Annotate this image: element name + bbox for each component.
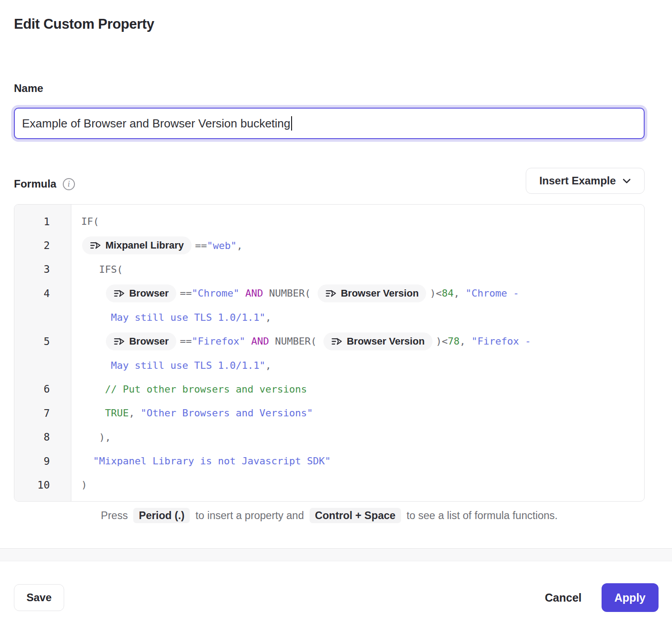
- code-token: ,: [129, 407, 141, 419]
- code-token: "Other Browsers and Versions": [140, 407, 313, 419]
- cancel-button[interactable]: Cancel: [545, 591, 582, 604]
- code-line: 3 IFS(: [14, 258, 644, 281]
- code-token: May still use TLS 1.0/1.1": [111, 312, 265, 323]
- code-token: ,: [266, 312, 271, 323]
- property-chip[interactable]: Browser Version: [323, 332, 432, 350]
- line-number: 7: [14, 407, 71, 419]
- code-line: 7 TRUE, "Other Browsers and Versions": [14, 401, 644, 425]
- hint-text: to insert a property and: [196, 510, 304, 521]
- code-token: [81, 336, 105, 347]
- code-line: 8 ),: [14, 425, 644, 449]
- property-chip-label: Browser: [129, 288, 169, 298]
- code-token: ,: [266, 360, 271, 371]
- code-token: 78: [448, 336, 460, 347]
- kbd-period: Period (.): [133, 508, 190, 523]
- code-token: [81, 384, 105, 395]
- code-token: [81, 455, 93, 467]
- line-number: 3: [14, 263, 71, 275]
- code-token: NUMBER(: [269, 336, 323, 347]
- line-number: 6: [14, 383, 71, 395]
- name-input[interactable]: Example of Browser and Browser Version b…: [14, 108, 645, 139]
- property-chip-label: Browser: [129, 336, 169, 346]
- code-token: ==: [195, 240, 207, 251]
- save-button[interactable]: Save: [14, 584, 64, 611]
- line-number: 9: [14, 455, 71, 467]
- code-token: )<: [436, 336, 448, 347]
- chevron-down-icon: [622, 178, 631, 184]
- property-chip-label: Mixpanel Library: [105, 240, 184, 250]
- line-number: 5: [14, 336, 71, 347]
- code-content: "Mixpanel Library is not Javascript SDK": [71, 455, 331, 467]
- code-token: "Chrome": [192, 288, 240, 299]
- code-token: TRUE: [105, 407, 129, 419]
- formula-label: Formula: [14, 178, 57, 190]
- code-token: May still use TLS 1.0/1.1": [111, 360, 265, 371]
- code-line: 10): [14, 473, 644, 497]
- code-content: Browser=="Chrome" AND NUMBER( Browser Ve…: [71, 284, 519, 302]
- property-icon: [113, 337, 125, 346]
- code-token: AND: [245, 288, 263, 299]
- insert-example-button[interactable]: Insert Example: [526, 168, 645, 194]
- code-content: TRUE, "Other Browsers and Versions": [71, 407, 313, 419]
- code-line: 9 "Mixpanel Library is not Javascript SD…: [14, 449, 644, 473]
- code-line: 5 Browser=="Firefox" AND NUMBER( Browser…: [14, 329, 644, 353]
- code-token: [81, 288, 105, 299]
- property-chip-label: Browser Version: [347, 336, 425, 346]
- code-content: ): [71, 479, 87, 490]
- code-token: IFS(: [81, 264, 123, 275]
- text-caret: [291, 116, 292, 131]
- code-token: [81, 312, 111, 323]
- code-token: ): [81, 479, 87, 490]
- code-token: ,: [237, 240, 243, 251]
- code-token: "Chrome -: [466, 288, 519, 299]
- code-line: May still use TLS 1.0/1.1",: [14, 353, 644, 377]
- code-token: [81, 360, 111, 371]
- page-title: Edit Custom Property: [14, 16, 154, 32]
- property-chip[interactable]: Browser: [106, 284, 176, 302]
- code-token: "Mixpanel Library is not Javascript SDK": [93, 455, 331, 467]
- property-icon: [90, 241, 101, 250]
- property-icon: [331, 337, 342, 346]
- line-number: 4: [14, 288, 71, 299]
- code-token: "web": [207, 240, 236, 251]
- code-token: ),: [81, 432, 111, 443]
- kbd-control-space: Control + Space: [310, 508, 401, 523]
- name-input-value: Example of Browser and Browser Version b…: [22, 117, 290, 131]
- code-token: NUMBER(: [263, 288, 317, 299]
- property-chip[interactable]: Browser: [106, 332, 176, 350]
- code-token: "Firefox": [192, 336, 245, 347]
- code-content: Browser=="Firefox" AND NUMBER( Browser V…: [71, 332, 531, 350]
- code-token: IF(: [81, 216, 99, 227]
- line-number: 2: [14, 240, 71, 251]
- code-content: May still use TLS 1.0/1.1",: [71, 360, 271, 371]
- code-rows: 1IF(2Mixpanel Library=="web",3 IFS(4 Bro…: [14, 210, 644, 497]
- line-number: 1: [14, 216, 71, 227]
- hint-text: to see a list of formula functions.: [406, 510, 558, 521]
- code-content: ),: [71, 432, 111, 443]
- code-token: "Firefox -: [471, 336, 531, 347]
- insert-example-label: Insert Example: [539, 175, 616, 187]
- code-line: 4 Browser=="Chrome" AND NUMBER( Browser …: [14, 281, 644, 305]
- property-chip[interactable]: Mixpanel Library: [82, 236, 192, 254]
- code-content: IFS(: [71, 264, 123, 275]
- code-token: [245, 336, 251, 347]
- name-input-focus-ring: Example of Browser and Browser Version b…: [11, 105, 647, 142]
- code-line: May still use TLS 1.0/1.1",: [14, 306, 644, 329]
- property-chip[interactable]: Browser Version: [318, 284, 427, 302]
- code-token: [240, 288, 245, 299]
- line-number: 8: [14, 431, 71, 443]
- line-number: 10: [14, 479, 71, 491]
- info-icon[interactable]: i: [63, 178, 75, 190]
- code-token: )<: [430, 288, 442, 299]
- code-token: ==: [180, 336, 192, 347]
- name-label: Name: [14, 82, 43, 95]
- code-token: ,: [454, 288, 466, 299]
- apply-button[interactable]: Apply: [602, 583, 659, 612]
- code-content: Mixpanel Library=="web",: [71, 236, 243, 254]
- code-token: // Put other browsers and versions: [105, 384, 307, 395]
- formula-code-editor[interactable]: 1IF(2Mixpanel Library=="web",3 IFS(4 Bro…: [14, 204, 645, 502]
- code-line: 1IF(: [14, 210, 644, 233]
- code-content: May still use TLS 1.0/1.1",: [71, 312, 271, 323]
- code-content: // Put other browsers and versions: [71, 384, 307, 395]
- code-token: ,: [460, 336, 472, 347]
